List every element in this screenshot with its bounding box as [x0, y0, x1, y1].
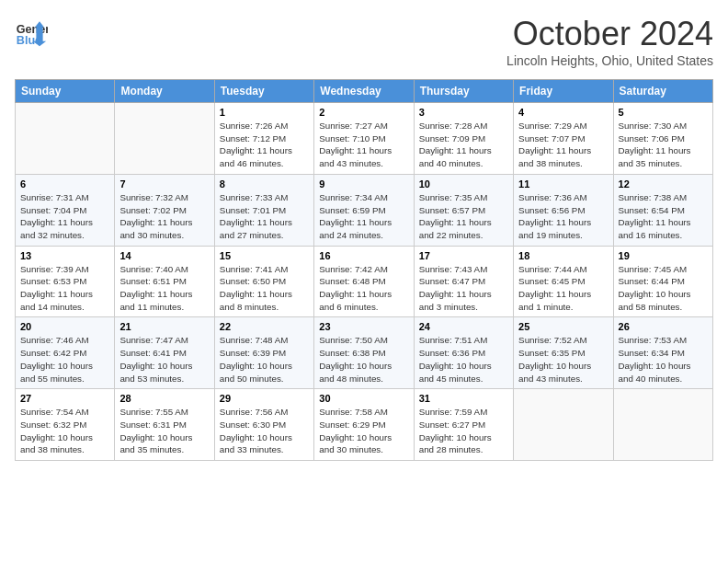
- day-info: Sunrise: 7:28 AM Sunset: 7:09 PM Dayligh…: [419, 120, 508, 170]
- calendar-cell: 19Sunrise: 7:45 AM Sunset: 6:44 PM Dayli…: [613, 246, 712, 317]
- day-number: 12: [619, 178, 708, 190]
- calendar-cell: 31Sunrise: 7:59 AM Sunset: 6:27 PM Dayli…: [414, 389, 513, 461]
- day-number: 18: [518, 250, 608, 261]
- day-info: Sunrise: 7:52 AM Sunset: 6:35 PM Dayligh…: [518, 334, 608, 385]
- calendar-cell: 2Sunrise: 7:27 AM Sunset: 7:10 PM Daylig…: [314, 103, 414, 175]
- day-info: Sunrise: 7:36 AM Sunset: 6:56 PM Dayligh…: [518, 191, 608, 242]
- calendar-cell: 20Sunrise: 7:46 AM Sunset: 6:42 PM Dayli…: [16, 317, 115, 389]
- calendar-cell: 17Sunrise: 7:43 AM Sunset: 6:47 PM Dayli…: [414, 246, 513, 317]
- day-info: Sunrise: 7:45 AM Sunset: 6:44 PM Dayligh…: [619, 263, 708, 314]
- weekday-header-row: SundayMondayTuesdayWednesdayThursdayFrid…: [16, 80, 713, 103]
- day-number: 31: [419, 393, 508, 404]
- day-info: Sunrise: 7:33 AM Sunset: 7:01 PM Dayligh…: [220, 191, 309, 242]
- day-info: Sunrise: 7:40 AM Sunset: 6:51 PM Dayligh…: [119, 263, 209, 314]
- day-number: 10: [419, 178, 508, 190]
- weekday-header-sunday: Sunday: [16, 80, 115, 103]
- day-info: Sunrise: 7:54 AM Sunset: 6:32 PM Dayligh…: [20, 406, 109, 456]
- day-number: 2: [319, 107, 408, 118]
- day-number: 21: [119, 321, 209, 332]
- calendar-cell: 28Sunrise: 7:55 AM Sunset: 6:31 PM Dayli…: [115, 389, 214, 461]
- weekday-header-saturday: Saturday: [613, 80, 712, 103]
- day-info: Sunrise: 7:59 AM Sunset: 6:27 PM Dayligh…: [419, 406, 508, 456]
- calendar-week-2: 6Sunrise: 7:31 AM Sunset: 7:04 PM Daylig…: [16, 174, 713, 246]
- day-info: Sunrise: 7:58 AM Sunset: 6:29 PM Dayligh…: [319, 406, 408, 456]
- day-number: 7: [119, 178, 209, 190]
- day-number: 14: [119, 250, 209, 261]
- day-number: 28: [119, 393, 209, 404]
- day-info: Sunrise: 7:31 AM Sunset: 7:04 PM Dayligh…: [20, 191, 109, 242]
- day-number: 5: [619, 107, 708, 118]
- day-number: 6: [20, 178, 109, 190]
- day-info: Sunrise: 7:47 AM Sunset: 6:41 PM Dayligh…: [119, 334, 209, 385]
- logo-icon: General Blue: [15, 15, 48, 48]
- calendar-cell: 24Sunrise: 7:51 AM Sunset: 6:36 PM Dayli…: [414, 317, 513, 389]
- calendar-cell: 10Sunrise: 7:35 AM Sunset: 6:57 PM Dayli…: [414, 174, 513, 246]
- calendar-cell: 12Sunrise: 7:38 AM Sunset: 6:54 PM Dayli…: [613, 174, 712, 246]
- day-info: Sunrise: 7:26 AM Sunset: 7:12 PM Dayligh…: [220, 120, 309, 170]
- calendar-week-3: 13Sunrise: 7:39 AM Sunset: 6:53 PM Dayli…: [16, 246, 713, 317]
- day-info: Sunrise: 7:51 AM Sunset: 6:36 PM Dayligh…: [419, 334, 508, 385]
- calendar-cell: 3Sunrise: 7:28 AM Sunset: 7:09 PM Daylig…: [414, 103, 513, 175]
- day-number: 22: [220, 321, 309, 332]
- calendar-cell: 13Sunrise: 7:39 AM Sunset: 6:53 PM Dayli…: [16, 246, 115, 317]
- calendar-cell: 16Sunrise: 7:42 AM Sunset: 6:48 PM Dayli…: [314, 246, 414, 317]
- day-number: 25: [518, 321, 608, 332]
- day-number: 30: [319, 393, 408, 404]
- calendar-cell: 18Sunrise: 7:44 AM Sunset: 6:45 PM Dayli…: [514, 246, 613, 317]
- calendar-cell: 25Sunrise: 7:52 AM Sunset: 6:35 PM Dayli…: [514, 317, 613, 389]
- day-number: 19: [619, 250, 708, 261]
- day-number: 9: [319, 178, 408, 190]
- day-info: Sunrise: 7:42 AM Sunset: 6:48 PM Dayligh…: [319, 263, 408, 314]
- day-info: Sunrise: 7:34 AM Sunset: 6:59 PM Dayligh…: [319, 191, 408, 242]
- calendar-cell: 26Sunrise: 7:53 AM Sunset: 6:34 PM Dayli…: [613, 317, 712, 389]
- day-number: 16: [319, 250, 408, 261]
- calendar-cell: 7Sunrise: 7:32 AM Sunset: 7:02 PM Daylig…: [115, 174, 214, 246]
- day-info: Sunrise: 7:32 AM Sunset: 7:02 PM Dayligh…: [119, 191, 209, 242]
- day-number: 26: [619, 321, 708, 332]
- day-number: 24: [419, 321, 508, 332]
- day-number: 17: [419, 250, 508, 261]
- calendar-cell: 11Sunrise: 7:36 AM Sunset: 6:56 PM Dayli…: [514, 174, 613, 246]
- weekday-header-thursday: Thursday: [414, 80, 513, 103]
- day-number: 15: [220, 250, 309, 261]
- calendar-cell: 21Sunrise: 7:47 AM Sunset: 6:41 PM Dayli…: [115, 317, 214, 389]
- calendar-cell: [514, 389, 613, 461]
- day-info: Sunrise: 7:56 AM Sunset: 6:30 PM Dayligh…: [220, 406, 309, 456]
- calendar-cell: [115, 103, 214, 175]
- title-block: October 2024 Lincoln Heights, Ohio, Unit…: [506, 15, 713, 68]
- calendar-cell: 30Sunrise: 7:58 AM Sunset: 6:29 PM Dayli…: [314, 389, 414, 461]
- day-info: Sunrise: 7:55 AM Sunset: 6:31 PM Dayligh…: [119, 406, 209, 456]
- calendar-cell: 15Sunrise: 7:41 AM Sunset: 6:50 PM Dayli…: [214, 246, 313, 317]
- month-title: October 2024: [506, 15, 713, 53]
- calendar-cell: 1Sunrise: 7:26 AM Sunset: 7:12 PM Daylig…: [214, 103, 313, 175]
- day-info: Sunrise: 7:35 AM Sunset: 6:57 PM Dayligh…: [419, 191, 508, 242]
- day-number: 27: [20, 393, 109, 404]
- calendar-cell: 8Sunrise: 7:33 AM Sunset: 7:01 PM Daylig…: [214, 174, 313, 246]
- day-number: 23: [319, 321, 408, 332]
- logo: General Blue: [15, 15, 48, 48]
- day-number: 3: [419, 107, 508, 118]
- weekday-header-monday: Monday: [115, 80, 214, 103]
- calendar-cell: 14Sunrise: 7:40 AM Sunset: 6:51 PM Dayli…: [115, 246, 214, 317]
- day-info: Sunrise: 7:39 AM Sunset: 6:53 PM Dayligh…: [20, 263, 109, 314]
- day-number: 4: [518, 107, 608, 118]
- day-number: 8: [220, 178, 309, 190]
- calendar-cell: 9Sunrise: 7:34 AM Sunset: 6:59 PM Daylig…: [314, 174, 414, 246]
- calendar-cell: [613, 389, 712, 461]
- calendar-cell: 4Sunrise: 7:29 AM Sunset: 7:07 PM Daylig…: [514, 103, 613, 175]
- day-info: Sunrise: 7:53 AM Sunset: 6:34 PM Dayligh…: [619, 334, 708, 385]
- calendar-cell: [16, 103, 115, 175]
- weekday-header-tuesday: Tuesday: [214, 80, 313, 103]
- location: Lincoln Heights, Ohio, United States: [506, 53, 713, 68]
- calendar-week-4: 20Sunrise: 7:46 AM Sunset: 6:42 PM Dayli…: [16, 317, 713, 389]
- weekday-header-wednesday: Wednesday: [314, 80, 414, 103]
- day-number: 20: [20, 321, 109, 332]
- day-info: Sunrise: 7:48 AM Sunset: 6:39 PM Dayligh…: [220, 334, 309, 385]
- day-info: Sunrise: 7:46 AM Sunset: 6:42 PM Dayligh…: [20, 334, 109, 385]
- calendar-cell: 6Sunrise: 7:31 AM Sunset: 7:04 PM Daylig…: [16, 174, 115, 246]
- day-info: Sunrise: 7:41 AM Sunset: 6:50 PM Dayligh…: [220, 263, 309, 314]
- day-info: Sunrise: 7:43 AM Sunset: 6:47 PM Dayligh…: [419, 263, 508, 314]
- weekday-header-friday: Friday: [514, 80, 613, 103]
- calendar-cell: 23Sunrise: 7:50 AM Sunset: 6:38 PM Dayli…: [314, 317, 414, 389]
- day-number: 13: [20, 250, 109, 261]
